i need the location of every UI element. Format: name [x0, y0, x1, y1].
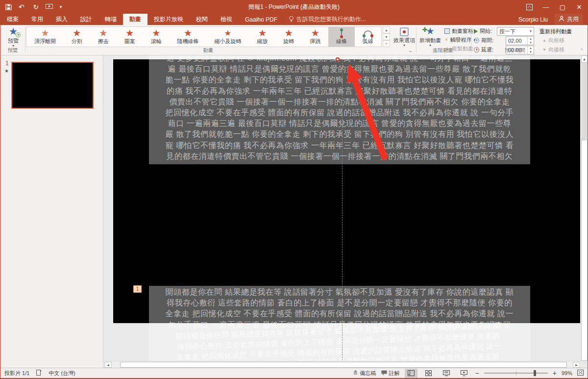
ribbon-tab-row: 檔案 常用 插入 設計 轉場 動畫 投影片放映 校閱 檢視 Gaaiho PDF…	[0, 14, 588, 25]
tab-animations[interactable]: 動畫	[123, 14, 147, 25]
tab-view[interactable]: 檢視	[214, 14, 239, 25]
animation-zoom[interactable]: ★縮放	[249, 27, 275, 47]
add-animation-button[interactable]: ✚★ 新增動畫 ▾	[419, 26, 441, 49]
status-bar: 投影片 1/1 中文 (台灣) 備忘稿 註解	[0, 368, 588, 378]
window-title: 簡報1 - PowerPoint (產品啟動失敗)	[0, 3, 588, 11]
tell-me-box[interactable]: 告訴我您想要執行的動作...	[284, 14, 371, 25]
normal-view-icon[interactable]	[405, 369, 417, 378]
start-row: 開始:	[474, 27, 492, 35]
animation-bounce[interactable]: ★彈跳	[302, 27, 328, 47]
reading-view-icon[interactable]	[440, 369, 453, 378]
animation-shape[interactable]: ★圖案	[117, 27, 143, 47]
quick-access-toolbar: ↶▾ ↻ ▾	[0, 3, 62, 11]
split-star-icon: ★	[73, 28, 81, 38]
animation-split[interactable]: ★分割	[64, 27, 90, 47]
fit-to-window-icon[interactable]	[577, 370, 584, 377]
vertical-scrollbar-thumb[interactable]	[581, 140, 588, 361]
animation-swivel[interactable]: ★旋轉	[275, 27, 302, 47]
animation-shrink-turn[interactable]: ★縮小及旋轉	[207, 27, 249, 47]
tab-insert[interactable]: 插入	[49, 14, 74, 25]
share-button[interactable]: 共用	[555, 14, 583, 25]
zoom-star-icon: ★	[258, 28, 267, 38]
animation-arcs[interactable]: 弧線	[355, 27, 381, 47]
tab-slideshow[interactable]: 投影片放映	[147, 14, 190, 25]
tab-file[interactable]: 檔案	[0, 14, 25, 25]
shape-star-icon: ★	[125, 28, 134, 38]
gallery-scroll-up-icon[interactable]: ▲	[383, 26, 390, 33]
animation-wheel[interactable]: ★滾輪	[143, 27, 170, 47]
tab-transitions[interactable]: 轉場	[98, 14, 123, 25]
language-indicator[interactable]: 中文 (台灣)	[49, 370, 75, 377]
slide-editing-canvas: 送 更多更詳盡歌詞 在 ※ Mojim.com 魔鏡歌詞網 我不必再為你遷就 說…	[103, 55, 588, 368]
redo-icon[interactable]: ↻	[33, 3, 39, 11]
animation-pane-button[interactable]: 動畫窗格	[444, 27, 473, 35]
zoom-level[interactable]: 99%	[562, 370, 572, 376]
zoom-in-icon[interactable]: +	[553, 371, 557, 376]
duration-spinner[interactable]: 02.00 ▲▼	[506, 36, 534, 45]
ribbon-animations: ★ 預覽 ▾ 預覽 ★漂浮離開 ★分割 ★擦去 ★圖案 ★滾輪 ★隨機線條 ★縮…	[0, 25, 588, 55]
bounce-star-icon: ★	[311, 28, 319, 38]
animation-order-badge[interactable]: 1	[133, 285, 142, 293]
slideshow-view-icon[interactable]	[458, 369, 470, 378]
animation-random-bars[interactable]: ★隨機線條	[170, 27, 207, 47]
account-user-name[interactable]: Scorpio Liu	[518, 16, 548, 23]
group-label-timing: 預存時間	[471, 47, 559, 54]
title-bar: ↶▾ ↻ ▾ 簡報1 - PowerPoint (產品啟動失敗) — ▢ ✕	[0, 0, 588, 14]
horizontal-scrollbar-thumb[interactable]	[120, 362, 567, 368]
animation-wipe[interactable]: ★擦去	[90, 27, 117, 47]
move-earlier-button[interactable]: ▲ 向前移	[542, 36, 564, 45]
zoom-slider-thumb[interactable]	[534, 370, 536, 376]
close-icon[interactable]: ✕	[571, 0, 588, 14]
vertical-scrollbar[interactable]: ▲	[581, 55, 588, 361]
start-play-icon	[474, 29, 478, 34]
wipe-star-icon: ★	[99, 28, 107, 38]
zoom-out-icon[interactable]: −	[475, 371, 479, 376]
annotation-arrow	[339, 59, 392, 164]
animation-float-out[interactable]: ★漂浮離開	[26, 27, 64, 47]
notes-button[interactable]: 備忘稿	[353, 370, 376, 377]
duration-down-icon[interactable]: ▼	[528, 41, 534, 45]
gallery-more-icon[interactable]: ⩒	[383, 40, 390, 47]
scroll-right-icon[interactable]: ►	[573, 362, 580, 368]
gallery-scroll-down-icon[interactable]: ▼	[383, 33, 390, 40]
reorder-animation-title: 重新排列動畫	[539, 28, 572, 35]
tab-design[interactable]: 設計	[74, 14, 98, 25]
gallery-scroll-buttons: ▲ ▼ ⩒	[383, 26, 390, 47]
effect-options-button[interactable]: 效果選項 ▾	[393, 26, 416, 49]
save-icon[interactable]	[5, 4, 12, 10]
accessibility-icon[interactable]	[36, 370, 42, 377]
group-label-animation: 動畫	[26, 47, 391, 54]
preview-label: 預覽	[8, 38, 19, 44]
start-slideshow-icon[interactable]	[46, 4, 53, 10]
collapse-ribbon-icon[interactable]: ⌃	[580, 48, 584, 53]
shrink-turn-star-icon: ★	[224, 28, 231, 38]
duration-row: 期間:	[474, 36, 493, 45]
zoom-slider[interactable]	[484, 373, 548, 374]
preview-star-icon: ★	[9, 26, 18, 36]
animation-lines-selected[interactable]: 線條	[328, 27, 355, 47]
tab-gaaiho-pdf[interactable]: Gaaiho PDF	[239, 14, 284, 25]
customize-qat-icon[interactable]: ▾	[60, 5, 62, 8]
ribbon-display-options-icon[interactable]	[521, 0, 538, 14]
scroll-left-icon[interactable]: ◄	[104, 362, 112, 368]
preview-button[interactable]: ★ 預覽 ▾	[3, 26, 23, 48]
move-earlier-icon: ▲	[542, 38, 546, 43]
animation-dialog-launcher-icon[interactable]: ⌙	[409, 49, 413, 53]
duration-up-icon[interactable]: ▲	[528, 37, 534, 41]
tell-me-label: 告訴我您想要執行的動作...	[296, 15, 366, 24]
duration-clock-icon	[474, 38, 479, 43]
slide-thumbnail[interactable]	[11, 62, 94, 109]
tab-review[interactable]: 校閱	[190, 14, 214, 25]
slide-sorter-view-icon[interactable]	[422, 369, 435, 378]
group-label-advanced: 進階動畫	[416, 47, 470, 54]
undo-icon[interactable]: ↶▾	[19, 3, 26, 11]
tab-home[interactable]: 常用	[25, 14, 49, 25]
scroll-up-icon[interactable]: ▲	[581, 55, 588, 63]
horizontal-scrollbar[interactable]: ◄ ►	[103, 361, 581, 368]
slide-indicator[interactable]: 投影片 1/1	[4, 370, 29, 377]
maximize-icon[interactable]: ▢	[554, 0, 571, 14]
start-select[interactable]: 按一下▾	[497, 27, 534, 36]
minimize-icon[interactable]: —	[538, 0, 554, 14]
comments-button[interactable]: 註解	[381, 370, 400, 377]
thumbnail-animation-star-icon: ★	[4, 68, 9, 74]
